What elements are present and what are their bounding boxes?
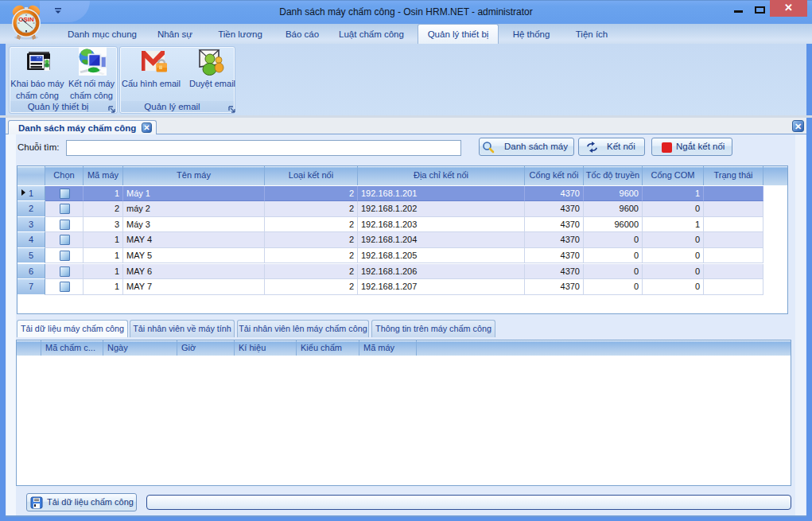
svg-text:OSIN: OSIN [18,16,34,23]
